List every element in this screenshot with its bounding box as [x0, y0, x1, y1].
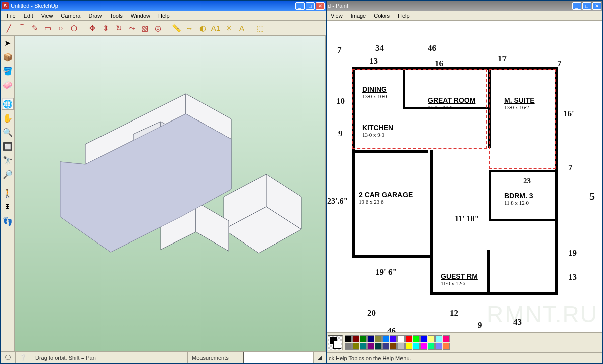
menu-help[interactable]: Help [154, 12, 174, 20]
palette-color[interactable] [375, 335, 382, 342]
walk-tool[interactable]: 👣 [2, 215, 14, 227]
palette-color[interactable] [413, 343, 420, 350]
palette-color[interactable] [397, 343, 405, 350]
menu-view[interactable]: View [327, 12, 347, 20]
line-tool[interactable]: ╱ [3, 22, 15, 34]
palette-color[interactable] [375, 343, 382, 350]
room-dimension: 11·0 x 12·6 [441, 280, 465, 286]
palette-color[interactable] [443, 343, 450, 350]
sketchup-top-toolbar: ╱⌒✎▭○⬡✥⇕↻⤳▧◎📏↔◐A1✳A⬚ [1, 21, 326, 36]
orbit-tool[interactable]: 🌐 [2, 98, 14, 110]
palette-color[interactable] [345, 335, 352, 342]
menu-camera[interactable]: Camera [57, 12, 84, 20]
status-hint: Drag to orbit. Shift = Pan [31, 352, 188, 363]
palette-color[interactable] [428, 335, 435, 342]
arc-tool[interactable]: ⌒ [16, 22, 28, 34]
menu-window[interactable]: Window [127, 12, 154, 20]
tape-tool[interactable]: 📏 [170, 22, 182, 34]
followme-tool[interactable]: ⤳ [126, 22, 138, 34]
palette-color[interactable] [352, 335, 359, 342]
menu-colors[interactable]: Colors [370, 12, 394, 20]
palette-color[interactable] [397, 335, 405, 342]
zoom-window-tool[interactable]: 🔲 [2, 140, 14, 152]
offset-tool[interactable]: ◎ [152, 22, 164, 34]
handwritten-dimension: 19' 6" [375, 267, 397, 277]
move-tool[interactable]: ✥ [86, 22, 98, 34]
axes-tool[interactable]: ✳ [223, 22, 235, 34]
palette-color[interactable] [435, 343, 442, 350]
palette-color[interactable] [345, 343, 352, 350]
component-tool[interactable]: 📦 [2, 51, 14, 63]
menu-help[interactable]: Help [394, 12, 414, 20]
sketchup-viewport[interactable] [15, 36, 326, 351]
paint-window: d - Paint _ □ ✕ View Image Colors Help [326, 0, 603, 364]
resize-grip-icon[interactable]: ◢ [314, 352, 326, 363]
minimize-button[interactable]: _ [572, 2, 581, 10]
room-label: M. SUITE [504, 96, 535, 105]
palette-color[interactable] [390, 335, 397, 342]
maximize-button[interactable]: □ [582, 2, 591, 10]
sketchup-side-toolbar: ➤📦🪣🧼🌐✋🔍🔲🔭🔎🚶👁👣 [1, 36, 15, 351]
palette-color[interactable] [435, 335, 442, 342]
rectangle-tool[interactable]: ▭ [42, 22, 54, 34]
minimize-button[interactable]: _ [295, 2, 305, 10]
palette-color[interactable] [413, 335, 420, 342]
close-button[interactable]: ✕ [316, 2, 325, 10]
paint-bucket-tool[interactable]: 🪣 [2, 65, 14, 77]
position-camera-tool[interactable]: 🚶 [2, 187, 14, 199]
freehand-tool[interactable]: ✎ [29, 22, 41, 34]
help-icon[interactable]: ❔ [16, 352, 31, 363]
protractor-tool[interactable]: ◐ [196, 22, 209, 34]
zoom-prev-tool[interactable]: 🔭 [2, 154, 14, 166]
palette-color[interactable] [420, 335, 427, 342]
dimension-tool[interactable]: ↔ [183, 22, 195, 34]
sketchup-title-bar[interactable]: S Untitled - SketchUp _ □ ✕ [1, 1, 326, 11]
menu-file[interactable]: File [3, 12, 20, 20]
palette-color[interactable] [360, 343, 367, 350]
model-info-icon[interactable]: ⓘ [1, 352, 16, 363]
handwritten-dimension: 7 [557, 59, 562, 69]
palette-color[interactable] [405, 343, 412, 350]
text-tool[interactable]: A1 [210, 22, 222, 34]
room-label: 2 CAR GARAGE [359, 191, 413, 199]
3dtext-tool[interactable]: A [236, 22, 248, 34]
section-plane-tool[interactable]: ⬚ [254, 22, 266, 34]
zoom-extents-tool[interactable]: 🔎 [2, 168, 14, 180]
circle-tool[interactable]: ○ [55, 22, 67, 34]
palette-color[interactable] [367, 343, 374, 350]
menu-edit[interactable]: Edit [20, 12, 37, 20]
menu-tools[interactable]: Tools [106, 12, 127, 20]
palette-color[interactable] [390, 343, 397, 350]
palette-color[interactable] [352, 343, 359, 350]
palette-color[interactable] [382, 343, 389, 350]
paint-title-bar[interactable]: d - Paint _ □ ✕ [327, 1, 602, 11]
palette-color[interactable] [428, 343, 435, 350]
palette-color[interactable] [382, 335, 389, 342]
palette-color[interactable] [360, 335, 367, 342]
palette-color[interactable] [367, 335, 374, 342]
menu-image[interactable]: Image [347, 12, 370, 20]
close-button[interactable]: ✕ [592, 2, 601, 10]
handwritten-dimension: 9 [478, 320, 482, 330]
menu-draw[interactable]: Draw [84, 12, 106, 20]
zoom-tool[interactable]: 🔍 [2, 126, 14, 138]
pushpull-tool[interactable]: ⇕ [99, 22, 112, 34]
polygon-tool[interactable]: ⬡ [68, 22, 80, 34]
palette-color[interactable] [443, 335, 450, 342]
look-around-tool[interactable]: 👁 [2, 201, 14, 213]
measurements-input[interactable] [243, 352, 314, 363]
room-dimension: 13·0 x 10·0 [362, 93, 387, 99]
menu-view[interactable]: View [37, 12, 57, 20]
eraser-tool[interactable]: 🧼 [2, 79, 14, 91]
3d-model [30, 66, 312, 317]
palette-color[interactable] [420, 343, 427, 350]
maximize-button[interactable]: □ [306, 2, 315, 10]
palette-color[interactable] [405, 335, 412, 342]
pan-tool[interactable]: ✋ [2, 112, 14, 124]
foreground-background-swatch[interactable] [328, 335, 343, 350]
paint-canvas[interactable]: RMNT.RU DINING13·0 x 10·0GREAT ROOM16·0 … [327, 21, 602, 332]
handwritten-dimension: 23'.6" [327, 197, 348, 206]
scale-tool[interactable]: ▧ [139, 22, 151, 34]
rotate-tool[interactable]: ↻ [113, 22, 125, 34]
select-tool[interactable]: ➤ [2, 37, 14, 49]
